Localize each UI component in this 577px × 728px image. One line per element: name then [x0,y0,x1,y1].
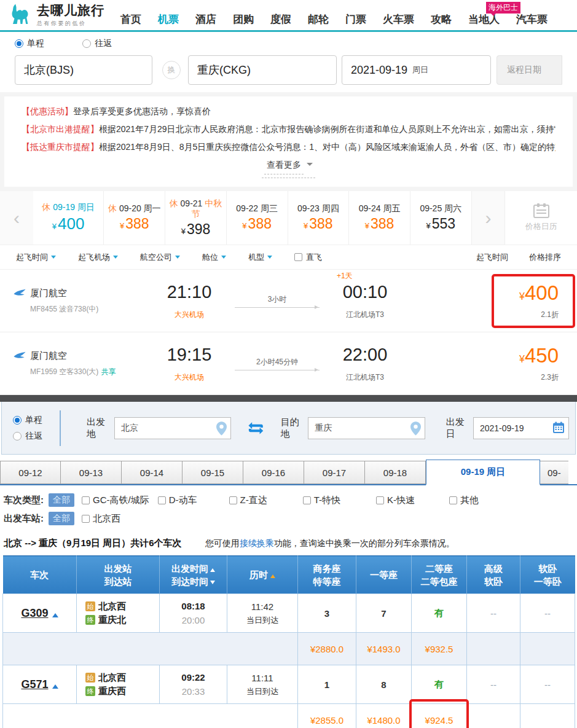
date-tab-0920[interactable]: 休 09-20 周一 ¥388 [104,191,165,245]
train-date-tab-0912[interactable]: 09-12 [0,461,61,484]
direct-flight-checkbox[interactable] [294,253,302,261]
col-premium-sleeper: 高级软卧 [467,556,520,594]
nav-cruise[interactable]: 邮轮 [308,12,329,26]
transfer-link[interactable]: 接续换乘 [240,538,274,548]
train-type-all-button[interactable]: 全部 [49,493,74,507]
notice-beijing: 【北京市出港提醒】根据2021年7月29日北京市人民政府消息：北京市报告确诊病例… [22,120,555,138]
filter-cabin[interactable]: 舱位 [202,252,226,263]
train-from-input[interactable]: 北京 [114,417,231,439]
train-date-tab-0915[interactable]: 09-15 [183,461,243,484]
train-date-tab-0914[interactable]: 09-14 [122,461,183,484]
nav-attraction-ticket[interactable]: 门票 [345,12,366,26]
nav-hotel[interactable]: 酒店 [195,12,216,26]
train-link-g571[interactable]: G571 [21,678,48,691]
swap-stations-icon[interactable] [248,421,264,435]
train-date-tab-next-partial[interactable]: 09- [540,461,568,484]
date-tab-0919[interactable]: 休 09-19 周日 ¥400 [33,191,104,245]
nav-bus-ticket[interactable]: 汽车票 [516,12,548,26]
filter-aircraft[interactable]: 机型 [248,252,272,263]
train-link-g309[interactable]: G309 [21,607,48,619]
roundtrip-radio[interactable] [82,39,91,48]
col-times-sortable[interactable]: 出发时间到达时间 [160,556,227,594]
date-tab-0925[interactable]: 09-25 周六 ¥553 [410,191,472,245]
filter-depart-airport[interactable]: 起飞机场 [78,252,118,263]
flight-duration: 2小时45分钟 [231,357,323,367]
price-calendar-button[interactable]: 价格日历 [504,191,577,245]
type-d-checkbox[interactable] [158,496,166,504]
type-k-checkbox[interactable] [376,496,384,504]
notice-promo: 【优惠活动】登录后享受更多优惠活动，享惊喜价 [22,103,555,120]
filter-depart-time[interactable]: 起飞时间 [16,252,56,263]
type-gc-checkbox[interactable] [82,496,90,504]
type-gc-option[interactable]: GC-高铁/城际 [82,495,149,506]
nav-vacation[interactable]: 度假 [270,12,291,26]
oneway-radio-option[interactable]: 单程 [15,38,44,49]
camel-logo-icon [9,4,33,26]
airline-info: 厦门航空 MF8455 波音738(中) [14,288,152,315]
arrival-city-input[interactable]: 重庆(CKG) [188,55,337,85]
tab-day: 周三 [261,203,278,213]
train-date-tab-0919-selected[interactable]: 09-19 周日 [426,460,540,485]
type-t-label: T-特快 [314,495,340,506]
col-stations[interactable]: 出发站到达站 [77,556,160,594]
type-k-option[interactable]: K-快速 [376,495,415,506]
train-date-tab-0917[interactable]: 09-17 [304,461,365,484]
type-z-option[interactable]: Z-直达 [229,495,267,506]
type-other-option[interactable]: 其他 [449,495,479,506]
date-tab-0924[interactable]: 09-24 周五 ¥388 [349,191,410,245]
nav-flight[interactable]: 机票 [158,12,179,26]
train-oneway-radio[interactable] [13,416,22,425]
col-train-no[interactable]: 车次 [3,556,77,594]
train-to-input[interactable]: 重庆 [308,417,425,439]
date-next-arrow[interactable]: › [472,191,505,245]
type-t-checkbox[interactable] [303,496,311,504]
nav-group-buy[interactable]: 团购 [233,12,254,26]
train-date-input[interactable]: 2021-09-19 [473,417,569,439]
qunar-logo[interactable]: 去哪儿旅行 总有你要的低价 [9,2,104,28]
type-t-option[interactable]: T-特快 [303,495,340,506]
train-roundtrip-option[interactable]: 往返 [13,431,60,442]
collapse-arrow-icon[interactable] [52,681,58,689]
train-oneway-option[interactable]: 单程 [13,415,60,426]
swap-cities-button[interactable]: 换 [162,61,181,79]
train-date-tab-0913[interactable]: 09-13 [61,461,122,484]
show-more-button[interactable]: 查看更多 [262,160,315,178]
sort-by-price[interactable]: 价格排序 [529,252,561,263]
direct-flight-option[interactable]: 直飞 [294,252,322,263]
oneway-radio[interactable] [15,39,23,48]
train-station-all-button[interactable]: 全部 [49,512,74,525]
train-date-tab-0916[interactable]: 09-16 [243,461,304,484]
type-z-checkbox[interactable] [229,496,237,504]
nav-guide[interactable]: 攻略 [431,12,452,26]
departure-time: 21:10 [152,282,226,302]
date-tab-0921[interactable]: 休 09-21 中秋节 ¥398 [165,191,227,245]
nav-home[interactable]: 首页 [120,12,141,26]
train-filters: 车次类型: 全部 GC-高铁/城际 D-动车 Z-直达 T-特快 K-快速 其他… [0,485,577,530]
station-beijingxi-option[interactable]: 北京西 [82,513,120,525]
type-d-option[interactable]: D-动车 [158,495,197,506]
type-other-checkbox[interactable] [449,496,457,504]
sort-by-time[interactable]: 起飞时间 [476,252,508,263]
return-date-input[interactable]: 返程日期 [497,55,562,85]
overseas-bus-badge[interactable]: 海外巴士 [486,2,520,14]
flight-row-mf1959[interactable]: 厦门航空 MF1959 空客330(大)共享 19:15 大兴机场 2小时45分… [0,332,577,395]
date-tab-0922[interactable]: 09-22 周三 ¥388 [227,191,288,245]
train-roundtrip-radio[interactable] [13,432,22,440]
premium-sleeper-cell: -- [467,665,520,704]
currency-symbol: ¥ [181,227,186,236]
collapse-arrow-icon[interactable] [52,610,58,617]
col-duration-sortable[interactable]: 历时 [227,556,298,594]
date-prev-arrow[interactable]: ‹ [0,191,33,245]
filter-airline[interactable]: 航空公司 [140,252,180,263]
arrive-time: 20:00 [160,613,227,627]
flight-row-mf8455[interactable]: 厦门航空 MF8455 波音738(中) 21:10 大兴机场 3小时 +1天 … [0,270,577,332]
roundtrip-radio-option[interactable]: 往返 [82,38,112,49]
station-beijingxi-checkbox[interactable] [82,515,90,523]
train-date-field: 出发日 2021-09-19 [446,417,569,440]
nav-train-ticket[interactable]: 火车票 [383,12,414,26]
train-date-tab-0918[interactable]: 09-18 [365,461,426,484]
tab-date: 09-20 [119,203,141,213]
depart-date-input[interactable]: 2021-09-19 周日 [342,55,491,85]
departure-city-input[interactable]: 北京(BJS) [15,55,152,85]
date-tab-0923[interactable]: 09-23 周四 ¥388 [288,191,350,245]
